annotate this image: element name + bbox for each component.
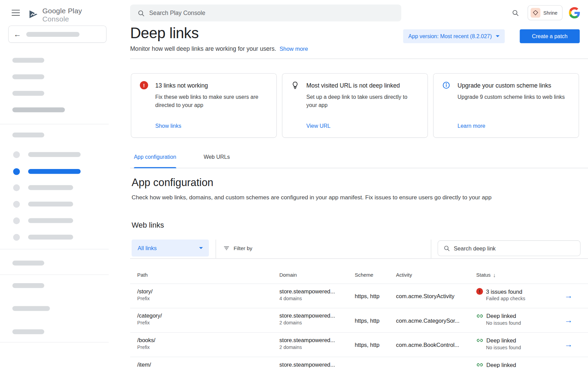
brand-name: Google Play Console	[43, 7, 109, 23]
brand-primary: Google Play	[43, 7, 82, 15]
tab-app-configuration[interactable]: App configuration	[134, 154, 176, 168]
sidebar: Google Play Console ←	[0, 0, 109, 368]
show-links-link[interactable]: Show links	[155, 123, 181, 129]
menu-icon[interactable]	[12, 10, 20, 16]
header-divider	[130, 59, 588, 59]
status-detail: No issues found	[486, 345, 564, 351]
show-more-link[interactable]: Show more	[280, 45, 308, 52]
global-search[interactable]	[130, 4, 401, 21]
web-links-table: /story/ Prefix store.steampowered... 4 d…	[130, 283, 588, 368]
table-row[interactable]: /category/ Prefix store.steampowered... …	[130, 308, 588, 333]
view-url-link[interactable]: View URL	[306, 123, 330, 129]
skeleton-bar	[12, 58, 44, 63]
activity-value: com.acme.CategorySor...	[396, 308, 476, 333]
column-header-status[interactable]: Status ↓	[476, 272, 565, 278]
filter-by-button[interactable]: Filter by	[223, 245, 252, 252]
deep-link-search-input[interactable]	[454, 245, 580, 251]
scheme-value: https, http	[355, 333, 396, 357]
skeleton-nav-icon	[13, 201, 20, 208]
domain-count: 4 domains	[279, 295, 355, 301]
column-header-scheme[interactable]: Scheme	[355, 272, 396, 278]
skeleton-bar	[12, 261, 44, 265]
row-detail-arrow-icon[interactable]: →	[565, 341, 573, 349]
status-value: 3 issues found	[486, 288, 522, 295]
skeleton-bar	[28, 185, 73, 190]
sidebar-divider	[0, 275, 109, 275]
learn-more-link[interactable]: Learn more	[457, 123, 485, 129]
table-row[interactable]: /item/ store.steampowered... Deep linked…	[130, 357, 588, 368]
column-header-domain[interactable]: Domain	[279, 272, 355, 278]
links-filter-dropdown[interactable]: All links	[132, 240, 209, 257]
skeleton-nav-icon	[13, 184, 20, 191]
card-body: Upgrade 9 custom scheme links to web lin…	[457, 93, 569, 101]
table-header: Path Domain Scheme Activity Status ↓	[130, 266, 588, 283]
page-subtitle: Monitor how well deep links are working …	[130, 45, 276, 52]
sort-descending-icon: ↓	[493, 272, 495, 278]
activity-value	[396, 357, 476, 368]
skeleton-bar	[12, 74, 44, 79]
create-patch-button[interactable]: Create a patch	[520, 29, 579, 43]
card-most-visited-url: Most visited URL is not deep linked Set …	[282, 73, 428, 138]
search-icon	[137, 9, 145, 17]
skeleton-nav-icon	[13, 234, 20, 241]
status-value: Deep linked	[486, 337, 516, 344]
web-links-title: Web links	[132, 221, 164, 229]
error-icon: !	[476, 288, 483, 295]
table-row[interactable]: /story/ Prefix store.steampowered... 4 d…	[130, 283, 588, 308]
row-detail-arrow-icon[interactable]: →	[565, 292, 573, 300]
search-icon	[443, 245, 450, 252]
path-value: /books/	[137, 337, 279, 343]
scheme-value: https, http	[355, 308, 396, 333]
deep-link-search[interactable]	[438, 240, 581, 256]
domain-count: 2 domains	[279, 320, 355, 326]
card-upgrade-scheme-links: Upgrade your custom scheme links Upgrade…	[433, 73, 579, 138]
row-detail-arrow-icon[interactable]: →	[565, 316, 573, 324]
card-title: Upgrade your custom scheme links	[457, 82, 551, 89]
skeleton-nav-icon	[13, 151, 20, 158]
path-value: /item/	[137, 361, 279, 368]
shrine-app-icon	[530, 8, 540, 18]
sidebar-divider	[0, 342, 109, 342]
tab-web-urls[interactable]: Web URLs	[203, 154, 230, 168]
link-icon	[476, 361, 484, 368]
domain-value: store.steampowered...	[279, 288, 355, 294]
sidebar-divider	[0, 124, 109, 124]
path-value: /category/	[137, 312, 279, 319]
skeleton-bar	[28, 235, 73, 240]
column-header-activity[interactable]: Activity	[396, 272, 476, 278]
app-version-label: App version: Most recent (8.2.027)	[408, 33, 492, 40]
play-console-logo: Google Play Console	[28, 7, 109, 23]
error-icon: !	[140, 81, 148, 89]
back-navigation[interactable]: ←	[8, 26, 107, 43]
status-value: Deep linked	[486, 362, 516, 368]
card-title: Most visited URL is not deep linked	[306, 82, 400, 89]
skeleton-bar	[12, 306, 50, 311]
app-switcher-chip[interactable]: Shrine	[528, 5, 562, 20]
play-console-logo-icon	[28, 9, 39, 21]
skeleton-bar	[28, 152, 81, 157]
status-detail: Failed app checks	[486, 295, 564, 301]
filter-by-label: Filter by	[234, 245, 252, 251]
global-search-input[interactable]	[149, 10, 402, 16]
chevron-down-icon	[496, 35, 500, 37]
sidebar-item-deep-links-active[interactable]	[28, 169, 81, 174]
back-arrow-icon[interactable]: ←	[14, 30, 21, 38]
activity-value: com.acme.StoryActivity	[396, 284, 476, 308]
scheme-value	[355, 357, 396, 368]
google-account-icon[interactable]	[569, 7, 580, 20]
app-version-selector[interactable]: App version: Most recent (8.2.027)	[403, 29, 505, 43]
skeleton-bar	[26, 32, 79, 36]
row-detail-arrow-icon[interactable]: →	[565, 365, 573, 368]
toolbar-divider	[431, 240, 431, 258]
toolbar-bottom-divider	[130, 258, 588, 259]
sidebar-divider	[0, 249, 109, 249]
status-value: Deep linked	[486, 313, 516, 319]
column-header-path[interactable]: Path	[130, 272, 279, 278]
skeleton-bar	[12, 133, 44, 137]
table-row[interactable]: /books/ Prefix store.steampowered... 2 d…	[130, 332, 588, 357]
search-icon[interactable]	[511, 9, 519, 18]
app-switcher-label: Shrine	[543, 10, 557, 16]
links-filter-value: All links	[137, 245, 157, 251]
scheme-value: https, http	[355, 284, 396, 308]
path-type: Prefix	[137, 320, 279, 326]
